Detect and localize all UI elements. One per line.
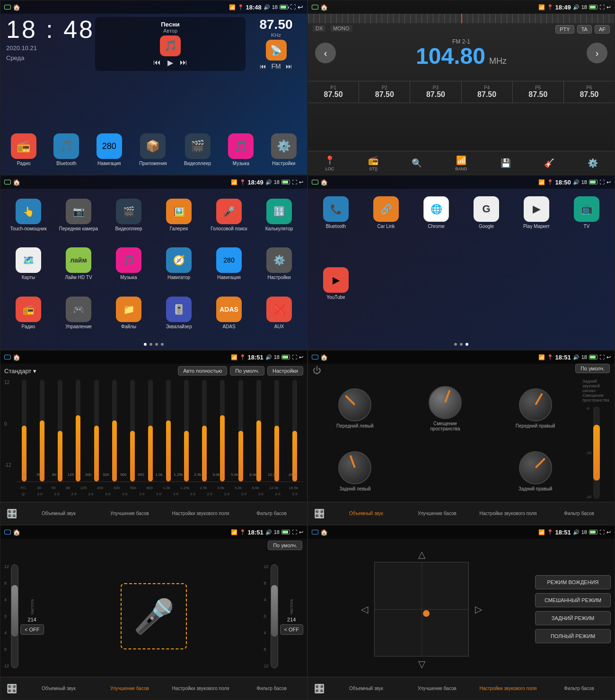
sound-nav-bass[interactable]: Улучшение басов <box>402 509 473 518</box>
eq-track-320[interactable] <box>112 380 117 481</box>
eq-track-165k[interactable] <box>292 380 297 481</box>
fm-search-btn[interactable]: 🔍 <box>412 158 422 168</box>
fm-prev-btn[interactable]: ‹ <box>315 43 336 63</box>
eq-nav-bass[interactable]: Улучшение басов <box>94 509 165 518</box>
knob-front-left-dial[interactable] <box>338 388 371 421</box>
fm-settings-btn[interactable]: ⚙️ <box>588 158 598 168</box>
knob-front-left[interactable]: Передний левый <box>312 379 398 438</box>
eq-track-50[interactable] <box>40 380 44 481</box>
sf-mode-full[interactable]: ПОЛНЫЙ РЕЖИМ <box>535 629 611 643</box>
fm-preset-5[interactable]: P5 87.50 <box>513 81 564 103</box>
fm-save-btn[interactable]: 💾 <box>501 158 511 168</box>
app2-bluetooth[interactable]: 📞 Bluetooth <box>312 196 360 229</box>
sf-arrow-down[interactable]: ▽ <box>418 658 425 670</box>
bass-right-fader-track[interactable] <box>271 564 278 668</box>
app2-play[interactable]: ▶ Play Маркет <box>512 196 561 229</box>
app-navi2[interactable]: 280 Навигация <box>205 247 253 280</box>
app-maps[interactable]: 🗺️ Карты <box>4 247 53 280</box>
sf-nav-icon-area[interactable]: 🎛️ <box>308 682 331 696</box>
eq-bar-30[interactable] <box>16 380 33 481</box>
eq-track-500[interactable] <box>130 380 135 481</box>
eq-bar-125k[interactable] <box>178 380 195 481</box>
fullscreen-icon[interactable]: ⛶ <box>290 4 296 10</box>
app-apps[interactable]: 📦 Приложения <box>139 133 167 166</box>
bass-nav-filter[interactable]: Фильтр басов <box>236 684 307 693</box>
app-aux[interactable]: ❌ AUX <box>255 297 303 329</box>
eq-track-1k[interactable] <box>166 380 171 481</box>
back-icon[interactable]: ↩ <box>298 3 303 11</box>
eq-bar-1k[interactable] <box>160 380 177 481</box>
home-icon-p2[interactable]: 🏠 <box>320 4 328 11</box>
fm-st-btn[interactable]: 📻 ST)) <box>368 155 378 171</box>
fm-next[interactable]: ⏭ <box>286 62 292 70</box>
bass-nav-sf[interactable]: Настройки звукового поля <box>165 684 236 693</box>
home-icon-p4[interactable]: 🏠 <box>320 179 328 186</box>
fm-preset-3[interactable]: P3 87.50 <box>410 81 461 103</box>
eq-track-30[interactable] <box>22 380 26 481</box>
eq-bar-500[interactable] <box>124 380 141 481</box>
sf-nav-vol[interactable]: Объемный звук <box>331 684 402 693</box>
fm-preset-4[interactable]: P4 87.50 <box>462 81 513 103</box>
app2-google[interactable]: G Google <box>462 196 510 229</box>
fullscreen-p2[interactable]: ⛶ <box>599 4 605 10</box>
eq-track-200[interactable] <box>94 380 99 481</box>
home-icon-p6[interactable]: 🏠 <box>320 354 328 361</box>
app-frontcam[interactable]: 📷 Передняя камера <box>54 199 103 231</box>
app-settings[interactable]: ⚙️ Настройки <box>271 133 297 166</box>
app-music2[interactable]: 🎵 Музыка <box>105 247 153 280</box>
app-limetv[interactable]: лайм Лайм HD TV <box>54 247 103 280</box>
bass-nav-vol[interactable]: Объемный звук <box>23 684 94 693</box>
fm-next-btn[interactable]: › <box>587 43 607 63</box>
fm-preset-1[interactable]: P1 87.50 <box>308 81 359 103</box>
fm-preset-6[interactable]: P6 87.50 <box>564 81 615 103</box>
bass-nav-icon-area[interactable]: 🎛️ <box>0 682 23 696</box>
sf-positioning-grid[interactable] <box>374 562 469 656</box>
app-eq[interactable]: 🎚️ Эквалайзер <box>155 297 203 329</box>
app2-tv[interactable]: 📺 TV <box>562 196 611 229</box>
eq-settings-btn[interactable]: Настройки <box>267 366 303 376</box>
fm-loc-btn[interactable]: 📍 LOC <box>325 155 335 171</box>
eq-track-25k[interactable] <box>202 380 207 481</box>
home-icon-p5[interactable]: 🏠 <box>13 354 20 361</box>
af-button[interactable]: AF <box>595 25 610 34</box>
knob-fr-dial[interactable] <box>519 388 552 421</box>
app-control[interactable]: 🎮 Управление <box>54 297 103 329</box>
eq-bar-3k[interactable] <box>214 380 231 481</box>
home-icon[interactable]: 🏠 <box>13 4 20 11</box>
eq-track-3k[interactable] <box>220 380 225 481</box>
fs-p6[interactable]: ⛶ <box>599 354 605 360</box>
eq-bar-5k[interactable] <box>232 380 249 481</box>
eq-track-5k[interactable] <box>238 380 243 481</box>
eq-nav-icon-area[interactable]: 🎛️ <box>0 507 23 521</box>
sf-nav-bass[interactable]: Улучшение басов <box>402 684 473 693</box>
knob-rr-dial[interactable] <box>519 451 552 484</box>
app-calc[interactable]: 🔢 Калькулятор <box>255 199 303 231</box>
home-icon-p7[interactable]: 🏠 <box>13 529 20 536</box>
play-btn[interactable]: ▶ <box>167 58 173 67</box>
prev-btn[interactable]: ⏮ <box>153 58 161 67</box>
back-p4[interactable]: ↩ <box>606 179 611 185</box>
back-p2[interactable]: ↩ <box>606 4 611 10</box>
app-navi1[interactable]: 🧭 Навигатор <box>155 247 203 280</box>
back-p3[interactable]: ↩ <box>299 179 303 185</box>
pty-button[interactable]: PTY <box>555 25 574 34</box>
app-video[interactable]: 🎬 Видеоплеер <box>105 199 153 231</box>
bass-off-btn-1[interactable]: < OFF <box>20 624 44 635</box>
eq-preset-selector[interactable]: Стандарт ▾ <box>4 368 36 375</box>
fm-prev[interactable]: ⏮ <box>260 62 266 70</box>
back-p7[interactable]: ↩ <box>299 529 303 535</box>
app-radio[interactable]: 📻 Радио <box>11 133 36 166</box>
eq-track-80[interactable] <box>58 380 62 481</box>
sound-nav-icon-area[interactable]: 🎛️ <box>308 507 331 521</box>
sound-nav-sf[interactable]: Настройки звукового поля <box>473 509 544 518</box>
back-p6[interactable]: ↩ <box>606 354 611 360</box>
sound-nav-volumetric[interactable]: Объемный звук <box>331 509 402 518</box>
fm-presets[interactable]: P1 87.50 P2 87.50 P3 87.50 P4 87.50 P5 8… <box>308 81 615 103</box>
sound-default-btn[interactable]: По умолч. <box>575 364 610 373</box>
app-videoplayer[interactable]: 🎬 Видеоплеер <box>184 133 211 166</box>
next-btn[interactable]: ⏭ <box>180 58 187 67</box>
fm-controls[interactable]: ⏮ FM ⏭ <box>249 62 303 70</box>
eq-track-125[interactable] <box>76 380 80 481</box>
eq-nav-volumetric[interactable]: Объемный звук <box>23 509 94 518</box>
eq-bar-12k[interactable] <box>268 380 285 481</box>
